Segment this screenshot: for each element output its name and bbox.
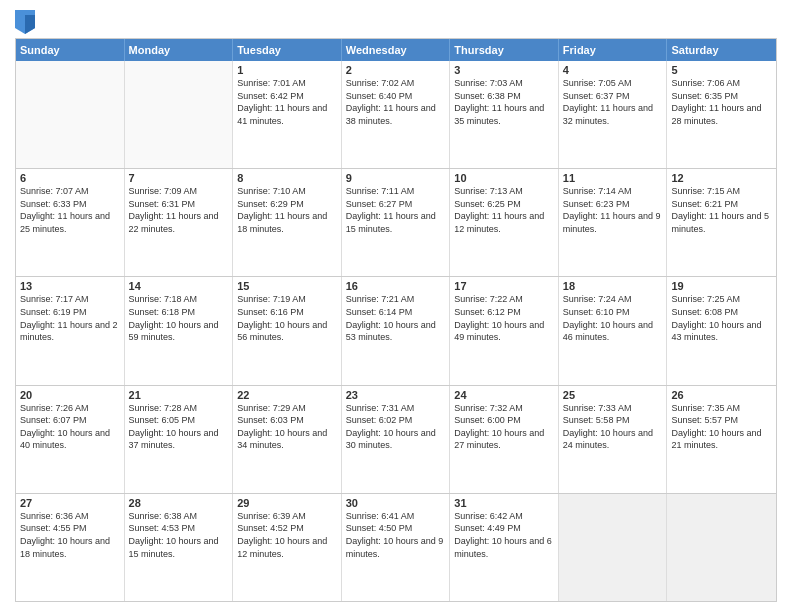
day-info: Sunrise: 7:05 AM Sunset: 6:37 PM Dayligh… — [563, 77, 663, 127]
day-number: 31 — [454, 497, 554, 509]
day-cell-30: 30Sunrise: 6:41 AM Sunset: 4:50 PM Dayli… — [342, 494, 451, 601]
day-info: Sunrise: 7:11 AM Sunset: 6:27 PM Dayligh… — [346, 185, 446, 235]
day-info: Sunrise: 7:17 AM Sunset: 6:19 PM Dayligh… — [20, 293, 120, 343]
day-cell-26: 26Sunrise: 7:35 AM Sunset: 5:57 PM Dayli… — [667, 386, 776, 493]
header-cell-friday: Friday — [559, 39, 668, 61]
week-row-5: 27Sunrise: 6:36 AM Sunset: 4:55 PM Dayli… — [16, 494, 776, 601]
day-number: 23 — [346, 389, 446, 401]
calendar-body: 1Sunrise: 7:01 AM Sunset: 6:42 PM Daylig… — [16, 61, 776, 601]
day-cell-17: 17Sunrise: 7:22 AM Sunset: 6:12 PM Dayli… — [450, 277, 559, 384]
day-number: 12 — [671, 172, 772, 184]
day-number: 14 — [129, 280, 229, 292]
day-number: 29 — [237, 497, 337, 509]
day-cell-12: 12Sunrise: 7:15 AM Sunset: 6:21 PM Dayli… — [667, 169, 776, 276]
header-cell-monday: Monday — [125, 39, 234, 61]
day-cell-7: 7Sunrise: 7:09 AM Sunset: 6:31 PM Daylig… — [125, 169, 234, 276]
header-cell-saturday: Saturday — [667, 39, 776, 61]
day-info: Sunrise: 6:38 AM Sunset: 4:53 PM Dayligh… — [129, 510, 229, 560]
calendar-header-row: SundayMondayTuesdayWednesdayThursdayFrid… — [16, 39, 776, 61]
day-info: Sunrise: 7:01 AM Sunset: 6:42 PM Dayligh… — [237, 77, 337, 127]
day-info: Sunrise: 7:02 AM Sunset: 6:40 PM Dayligh… — [346, 77, 446, 127]
header — [15, 10, 777, 34]
day-number: 17 — [454, 280, 554, 292]
day-number: 3 — [454, 64, 554, 76]
day-info: Sunrise: 6:42 AM Sunset: 4:49 PM Dayligh… — [454, 510, 554, 560]
day-info: Sunrise: 7:06 AM Sunset: 6:35 PM Dayligh… — [671, 77, 772, 127]
day-info: Sunrise: 6:36 AM Sunset: 4:55 PM Dayligh… — [20, 510, 120, 560]
day-info: Sunrise: 7:07 AM Sunset: 6:33 PM Dayligh… — [20, 185, 120, 235]
day-number: 26 — [671, 389, 772, 401]
day-number: 7 — [129, 172, 229, 184]
day-info: Sunrise: 7:29 AM Sunset: 6:03 PM Dayligh… — [237, 402, 337, 452]
day-number: 21 — [129, 389, 229, 401]
day-info: Sunrise: 6:39 AM Sunset: 4:52 PM Dayligh… — [237, 510, 337, 560]
day-cell-9: 9Sunrise: 7:11 AM Sunset: 6:27 PM Daylig… — [342, 169, 451, 276]
day-cell-20: 20Sunrise: 7:26 AM Sunset: 6:07 PM Dayli… — [16, 386, 125, 493]
day-info: Sunrise: 7:15 AM Sunset: 6:21 PM Dayligh… — [671, 185, 772, 235]
empty-cell — [125, 61, 234, 168]
week-row-4: 20Sunrise: 7:26 AM Sunset: 6:07 PM Dayli… — [16, 386, 776, 494]
header-cell-sunday: Sunday — [16, 39, 125, 61]
day-cell-22: 22Sunrise: 7:29 AM Sunset: 6:03 PM Dayli… — [233, 386, 342, 493]
day-number: 27 — [20, 497, 120, 509]
day-cell-6: 6Sunrise: 7:07 AM Sunset: 6:33 PM Daylig… — [16, 169, 125, 276]
day-number: 4 — [563, 64, 663, 76]
day-cell-31: 31Sunrise: 6:42 AM Sunset: 4:49 PM Dayli… — [450, 494, 559, 601]
day-number: 16 — [346, 280, 446, 292]
day-cell-16: 16Sunrise: 7:21 AM Sunset: 6:14 PM Dayli… — [342, 277, 451, 384]
empty-cell — [559, 494, 668, 601]
day-info: Sunrise: 7:24 AM Sunset: 6:10 PM Dayligh… — [563, 293, 663, 343]
day-cell-4: 4Sunrise: 7:05 AM Sunset: 6:37 PM Daylig… — [559, 61, 668, 168]
day-number: 20 — [20, 389, 120, 401]
day-cell-27: 27Sunrise: 6:36 AM Sunset: 4:55 PM Dayli… — [16, 494, 125, 601]
header-cell-tuesday: Tuesday — [233, 39, 342, 61]
day-number: 25 — [563, 389, 663, 401]
day-number: 19 — [671, 280, 772, 292]
day-cell-5: 5Sunrise: 7:06 AM Sunset: 6:35 PM Daylig… — [667, 61, 776, 168]
calendar: SundayMondayTuesdayWednesdayThursdayFrid… — [15, 38, 777, 602]
day-number: 28 — [129, 497, 229, 509]
day-cell-28: 28Sunrise: 6:38 AM Sunset: 4:53 PM Dayli… — [125, 494, 234, 601]
day-number: 22 — [237, 389, 337, 401]
day-cell-23: 23Sunrise: 7:31 AM Sunset: 6:02 PM Dayli… — [342, 386, 451, 493]
day-cell-14: 14Sunrise: 7:18 AM Sunset: 6:18 PM Dayli… — [125, 277, 234, 384]
day-number: 11 — [563, 172, 663, 184]
day-info: Sunrise: 7:14 AM Sunset: 6:23 PM Dayligh… — [563, 185, 663, 235]
empty-cell — [667, 494, 776, 601]
day-info: Sunrise: 7:26 AM Sunset: 6:07 PM Dayligh… — [20, 402, 120, 452]
day-cell-24: 24Sunrise: 7:32 AM Sunset: 6:00 PM Dayli… — [450, 386, 559, 493]
day-cell-18: 18Sunrise: 7:24 AM Sunset: 6:10 PM Dayli… — [559, 277, 668, 384]
day-number: 1 — [237, 64, 337, 76]
day-number: 13 — [20, 280, 120, 292]
day-number: 15 — [237, 280, 337, 292]
day-cell-2: 2Sunrise: 7:02 AM Sunset: 6:40 PM Daylig… — [342, 61, 451, 168]
day-cell-8: 8Sunrise: 7:10 AM Sunset: 6:29 PM Daylig… — [233, 169, 342, 276]
week-row-2: 6Sunrise: 7:07 AM Sunset: 6:33 PM Daylig… — [16, 169, 776, 277]
day-cell-25: 25Sunrise: 7:33 AM Sunset: 5:58 PM Dayli… — [559, 386, 668, 493]
day-info: Sunrise: 7:19 AM Sunset: 6:16 PM Dayligh… — [237, 293, 337, 343]
day-number: 30 — [346, 497, 446, 509]
day-info: Sunrise: 7:21 AM Sunset: 6:14 PM Dayligh… — [346, 293, 446, 343]
day-cell-11: 11Sunrise: 7:14 AM Sunset: 6:23 PM Dayli… — [559, 169, 668, 276]
logo — [15, 10, 39, 34]
svg-marker-1 — [25, 15, 35, 34]
day-number: 8 — [237, 172, 337, 184]
day-info: Sunrise: 7:09 AM Sunset: 6:31 PM Dayligh… — [129, 185, 229, 235]
day-number: 6 — [20, 172, 120, 184]
day-info: Sunrise: 7:18 AM Sunset: 6:18 PM Dayligh… — [129, 293, 229, 343]
day-cell-10: 10Sunrise: 7:13 AM Sunset: 6:25 PM Dayli… — [450, 169, 559, 276]
day-cell-19: 19Sunrise: 7:25 AM Sunset: 6:08 PM Dayli… — [667, 277, 776, 384]
day-cell-3: 3Sunrise: 7:03 AM Sunset: 6:38 PM Daylig… — [450, 61, 559, 168]
day-info: Sunrise: 7:13 AM Sunset: 6:25 PM Dayligh… — [454, 185, 554, 235]
day-info: Sunrise: 7:03 AM Sunset: 6:38 PM Dayligh… — [454, 77, 554, 127]
day-info: Sunrise: 7:28 AM Sunset: 6:05 PM Dayligh… — [129, 402, 229, 452]
day-cell-29: 29Sunrise: 6:39 AM Sunset: 4:52 PM Dayli… — [233, 494, 342, 601]
day-info: Sunrise: 7:31 AM Sunset: 6:02 PM Dayligh… — [346, 402, 446, 452]
week-row-3: 13Sunrise: 7:17 AM Sunset: 6:19 PM Dayli… — [16, 277, 776, 385]
day-cell-15: 15Sunrise: 7:19 AM Sunset: 6:16 PM Dayli… — [233, 277, 342, 384]
day-number: 9 — [346, 172, 446, 184]
day-info: Sunrise: 6:41 AM Sunset: 4:50 PM Dayligh… — [346, 510, 446, 560]
page: SundayMondayTuesdayWednesdayThursdayFrid… — [0, 0, 792, 612]
header-cell-wednesday: Wednesday — [342, 39, 451, 61]
day-number: 24 — [454, 389, 554, 401]
